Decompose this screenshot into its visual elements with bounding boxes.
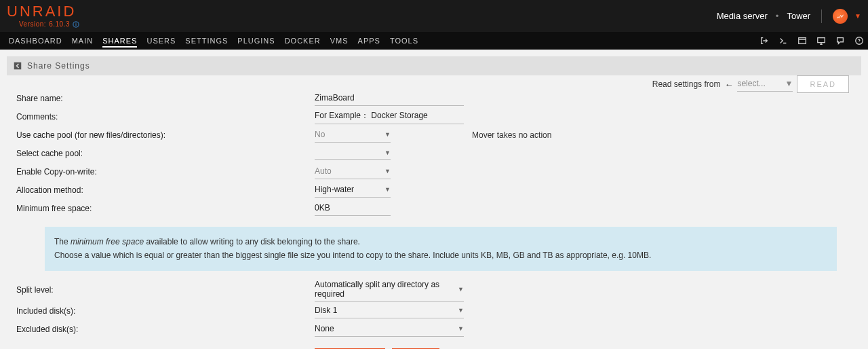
help-icon[interactable] bbox=[854, 36, 864, 45]
avatar[interactable] bbox=[833, 9, 848, 24]
chevron-down-icon[interactable]: ▼ bbox=[854, 12, 861, 20]
nav-dashboard[interactable]: DASHBOARD bbox=[4, 32, 67, 50]
nav-docker[interactable]: DOCKER bbox=[280, 32, 326, 50]
svg-rect-3 bbox=[799, 38, 806, 44]
readfrom-select[interactable]: select...▼ bbox=[737, 77, 793, 92]
version-label: Version: 6.10.3 bbox=[7, 20, 79, 28]
comments-input[interactable] bbox=[315, 109, 464, 124]
excluded-select[interactable]: None▼ bbox=[315, 322, 464, 337]
included-label: Included disk(s): bbox=[16, 306, 315, 316]
minfree-input[interactable] bbox=[315, 201, 391, 216]
svg-rect-2 bbox=[75, 22, 76, 23]
cow-label: Enable Copy-on-write: bbox=[16, 167, 315, 177]
help-box: The minimum free space available to allo… bbox=[45, 227, 837, 271]
alloc-select[interactable]: High-water▼ bbox=[315, 183, 391, 198]
mover-note: Mover takes no action bbox=[472, 130, 551, 140]
brand-text: UNRAID bbox=[7, 4, 76, 19]
nav-shares[interactable]: SHARES bbox=[98, 32, 142, 50]
nav-tools[interactable]: TOOLS bbox=[385, 32, 423, 50]
arrow-left-icon: ← bbox=[724, 79, 733, 90]
vertical-separator bbox=[821, 10, 822, 23]
nav-settings[interactable]: SETTINGS bbox=[180, 32, 233, 50]
server-name: Tower bbox=[787, 11, 810, 21]
window-icon[interactable] bbox=[797, 36, 807, 45]
readfrom-label: Read settings from bbox=[652, 79, 721, 89]
use-cache-select[interactable]: No▼ bbox=[315, 128, 391, 143]
nav-plugins[interactable]: PLUGINS bbox=[233, 32, 279, 50]
excluded-label: Excluded disk(s): bbox=[16, 325, 315, 334]
svg-rect-1 bbox=[75, 24, 76, 26]
section-header: Share Settings bbox=[7, 56, 861, 75]
nav-vms[interactable]: VMS bbox=[326, 32, 353, 50]
comments-label: Comments: bbox=[16, 112, 315, 122]
nav-apps[interactable]: APPS bbox=[353, 32, 385, 50]
server-description: Media server bbox=[717, 11, 768, 21]
select-cache-select[interactable]: ▼ bbox=[315, 147, 391, 160]
info-icon[interactable] bbox=[73, 21, 79, 28]
section-title: Share Settings bbox=[27, 61, 90, 71]
included-select[interactable]: Disk 1▼ bbox=[315, 304, 464, 318]
cow-select[interactable]: Auto▼ bbox=[315, 164, 391, 179]
split-select[interactable]: Automatically split any directory as req… bbox=[315, 278, 464, 302]
split-label: Split level: bbox=[16, 285, 315, 295]
svg-rect-6 bbox=[14, 62, 22, 70]
minfree-label: Minimum free space: bbox=[16, 204, 315, 213]
terminal-icon[interactable] bbox=[778, 36, 788, 45]
select-cache-label: Select cache pool: bbox=[16, 149, 315, 158]
logo: UNRAID Version: 6.10.3 bbox=[7, 4, 79, 28]
logout-icon[interactable] bbox=[760, 36, 769, 45]
share-name-label: Share name: bbox=[16, 94, 315, 103]
monitor-icon[interactable] bbox=[816, 36, 826, 45]
use-cache-label: Use cache pool (for new files/directorie… bbox=[16, 130, 315, 140]
nav-main[interactable]: MAIN bbox=[67, 32, 98, 50]
feedback-icon[interactable] bbox=[835, 36, 845, 45]
share-name-input[interactable] bbox=[315, 91, 464, 106]
read-button: READ bbox=[797, 75, 849, 93]
svg-rect-4 bbox=[818, 38, 825, 43]
dot-separator: • bbox=[776, 11, 779, 21]
nav-users[interactable]: USERS bbox=[142, 32, 180, 50]
back-square-icon[interactable] bbox=[14, 62, 22, 70]
alloc-label: Allocation method: bbox=[16, 185, 315, 195]
